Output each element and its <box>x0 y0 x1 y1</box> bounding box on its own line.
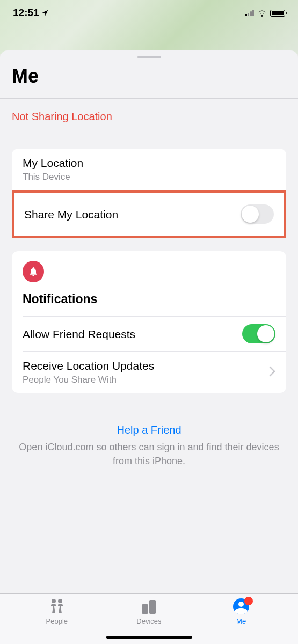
allow-friend-requests-toggle[interactable] <box>242 324 275 343</box>
sheet-title: Me <box>0 58 298 98</box>
home-indicator[interactable] <box>106 636 192 639</box>
svg-rect-2 <box>142 604 148 614</box>
bell-icon <box>23 261 44 282</box>
tab-label: Devices <box>136 617 161 625</box>
notifications-card: Notifications Allow Friend Requests Rece… <box>12 251 286 393</box>
notifications-header: Notifications <box>12 282 286 316</box>
notification-badge <box>244 597 253 605</box>
location-card: My Location This Device Share My Locatio… <box>12 149 286 238</box>
wifi-icon <box>257 10 267 17</box>
allow-friend-requests-title: Allow Friend Requests <box>23 327 135 341</box>
location-arrow-icon <box>41 9 49 17</box>
status-indicators <box>245 10 286 17</box>
receive-location-updates-title: Receive Location Updates <box>23 359 261 372</box>
receive-location-updates-subtitle: People You Share With <box>23 375 261 385</box>
cellular-signal-icon <box>245 10 255 16</box>
svg-point-0 <box>52 599 56 603</box>
share-my-location-title: Share My Location <box>24 208 118 221</box>
tab-label: People <box>46 617 68 625</box>
people-icon <box>48 598 66 615</box>
devices-icon <box>141 598 157 615</box>
help-a-friend-subtitle: Open iCloud.com so others can sign in an… <box>16 441 282 467</box>
battery-icon <box>270 10 285 17</box>
tab-bar: People Devices Me <box>0 593 298 644</box>
tab-people[interactable]: People <box>30 598 84 644</box>
share-my-location-row: Share My Location <box>12 190 286 238</box>
my-location-title: My Location <box>23 156 275 170</box>
status-time: 12:51 <box>13 7 39 19</box>
svg-rect-3 <box>149 600 156 614</box>
tab-me[interactable]: Me <box>214 598 268 644</box>
tab-label: Me <box>236 617 246 625</box>
help-a-friend-block: Help a Friend Open iCloud.com so others … <box>0 424 298 467</box>
bell-icon-wrap <box>12 251 286 282</box>
my-location-row[interactable]: My Location This Device <box>12 149 286 190</box>
my-location-subtitle: This Device <box>23 172 275 182</box>
receive-location-updates-row[interactable]: Receive Location Updates People You Shar… <box>12 352 286 393</box>
status-bar: 12:51 <box>0 0 298 26</box>
me-sheet: Me Not Sharing Location My Location This… <box>0 50 298 644</box>
chevron-right-icon <box>269 365 275 380</box>
help-a-friend-link[interactable]: Help a Friend <box>16 424 282 436</box>
allow-friend-requests-row: Allow Friend Requests <box>12 317 286 351</box>
svg-point-1 <box>58 599 62 603</box>
svg-point-5 <box>238 602 244 607</box>
status-time-group: 12:51 <box>13 7 49 19</box>
share-my-location-toggle[interactable] <box>241 204 274 224</box>
sharing-status-text: Not Sharing Location <box>0 99 298 128</box>
